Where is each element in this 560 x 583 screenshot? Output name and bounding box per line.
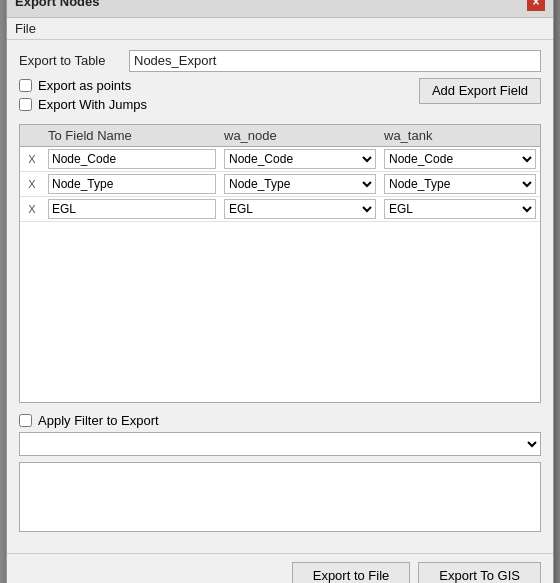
wa2-dropdown-1: Node_Code Node_Type EGL [380, 147, 540, 171]
wa2-select-2[interactable]: Node_Code Node_Type EGL [384, 174, 536, 194]
table-empty-area [20, 222, 540, 402]
wa1-select-1[interactable]: Node_Code Node_Type EGL [224, 149, 376, 169]
col-field-header: To Field Name [44, 128, 220, 143]
table-header: To Field Name wa_node wa_tank [20, 125, 540, 147]
checkbox-group: Export as points Export With Jumps [19, 78, 147, 116]
dialog-content: Export to Table Export as points Export … [7, 40, 553, 553]
export-to-table-input[interactable] [129, 50, 541, 72]
wa1-dropdown-1: Node_Code Node_Type EGL [220, 147, 380, 171]
export-as-points-checkbox[interactable] [19, 79, 32, 92]
export-as-points-label: Export as points [38, 78, 131, 93]
export-with-jumps-row: Export With Jumps [19, 97, 147, 112]
field-name-1 [44, 147, 220, 171]
field-name-3 [44, 197, 220, 221]
title-bar: Export Nodes × [7, 0, 553, 18]
close-button[interactable]: × [527, 0, 545, 11]
table-row: X Node_Code Node_Type EGL Node_Code Node… [20, 172, 540, 197]
field-name-3-input[interactable] [48, 199, 216, 219]
add-export-field-button[interactable]: Add Export Field [419, 78, 541, 104]
apply-filter-row: Apply Filter to Export [19, 413, 541, 428]
apply-filter-label: Apply Filter to Export [38, 413, 159, 428]
export-fields-table: To Field Name wa_node wa_tank X Node_Cod… [19, 124, 541, 403]
remove-row-1-button[interactable]: X [20, 153, 44, 165]
wa1-select-3[interactable]: Node_Code Node_Type EGL [224, 199, 376, 219]
wa2-select-3[interactable]: Node_Code Node_Type EGL [384, 199, 536, 219]
bottom-buttons: Export to File Export To GIS [7, 553, 553, 584]
export-to-file-button[interactable]: Export to File [292, 562, 411, 584]
export-nodes-dialog: Export Nodes × File Export to Table Expo… [6, 0, 554, 583]
wa1-select-2[interactable]: Node_Code Node_Type EGL [224, 174, 376, 194]
export-to-table-label: Export to Table [19, 53, 129, 68]
apply-filter-checkbox[interactable] [19, 414, 32, 427]
export-with-jumps-checkbox[interactable] [19, 98, 32, 111]
table-row: X Node_Code Node_Type EGL Node_Code Node… [20, 147, 540, 172]
wa1-dropdown-2: Node_Code Node_Type EGL [220, 172, 380, 196]
export-as-points-row: Export as points [19, 78, 147, 93]
field-name-2-input[interactable] [48, 174, 216, 194]
remove-row-3-button[interactable]: X [20, 203, 44, 215]
filter-dropdown[interactable] [19, 432, 541, 456]
table-row: X Node_Code Node_Type EGL Node_Code Node… [20, 197, 540, 222]
export-to-gis-button[interactable]: Export To GIS [418, 562, 541, 584]
wa2-dropdown-2: Node_Code Node_Type EGL [380, 172, 540, 196]
menu-bar: File [7, 18, 553, 40]
field-name-2 [44, 172, 220, 196]
wa2-dropdown-3: Node_Code Node_Type EGL [380, 197, 540, 221]
col-wa1-header: wa_node [220, 128, 380, 143]
filter-section: Apply Filter to Export [19, 413, 541, 535]
top-controls: Export as points Export With Jumps Add E… [19, 78, 541, 116]
field-name-1-input[interactable] [48, 149, 216, 169]
export-to-table-row: Export to Table [19, 50, 541, 72]
filter-text-area[interactable] [19, 462, 541, 532]
export-with-jumps-label: Export With Jumps [38, 97, 147, 112]
dialog-title: Export Nodes [15, 0, 100, 9]
wa1-dropdown-3: Node_Code Node_Type EGL [220, 197, 380, 221]
wa2-select-1[interactable]: Node_Code Node_Type EGL [384, 149, 536, 169]
col-x-header [20, 128, 44, 143]
col-wa2-header: wa_tank [380, 128, 540, 143]
file-menu[interactable]: File [15, 21, 36, 36]
remove-row-2-button[interactable]: X [20, 178, 44, 190]
